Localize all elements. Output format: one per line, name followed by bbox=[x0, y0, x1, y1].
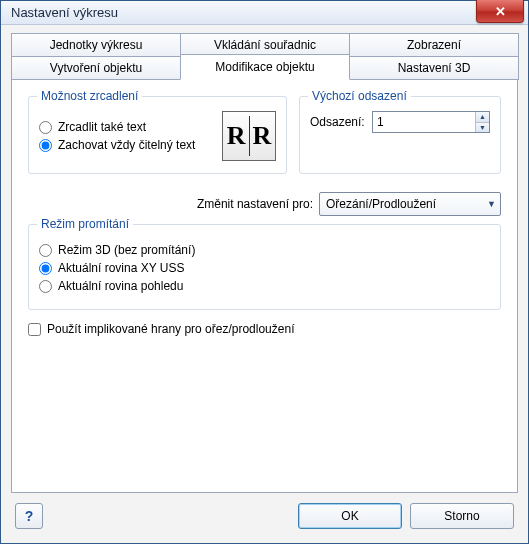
tab-coord-input[interactable]: Vkládání souřadnic bbox=[180, 33, 350, 56]
chevron-down-icon: ▼ bbox=[487, 199, 496, 209]
spin-down-icon[interactable]: ▼ bbox=[476, 123, 489, 133]
ok-button[interactable]: OK bbox=[298, 503, 402, 529]
group-offset: Výchozí odsazení Odsazení: ▲ ▼ bbox=[299, 96, 501, 174]
mirror-preview-right-r: R bbox=[253, 121, 272, 151]
tab-3d-settings[interactable]: Nastavení 3D bbox=[349, 56, 519, 80]
cancel-button[interactable]: Storno bbox=[410, 503, 514, 529]
close-icon: ✕ bbox=[495, 4, 506, 19]
radio-proj-xy[interactable] bbox=[39, 262, 52, 275]
mirror-preview-left-r: R bbox=[227, 121, 246, 151]
window-title: Nastavení výkresu bbox=[11, 5, 118, 20]
radio-proj-3d-label: Režim 3D (bez promítání) bbox=[58, 243, 195, 257]
change-for-value: Ořezání/Prodloužení bbox=[326, 197, 436, 211]
radio-keep-readable-label: Zachovat vždy čitelný text bbox=[58, 138, 195, 152]
tab-display[interactable]: Zobrazení bbox=[349, 33, 519, 56]
help-icon: ? bbox=[25, 508, 34, 524]
group-projection-legend: Režim promítání bbox=[37, 217, 133, 231]
offset-spinner[interactable]: ▲ ▼ bbox=[372, 111, 490, 133]
group-projection: Režim promítání Režim 3D (bez promítání)… bbox=[28, 224, 501, 310]
button-bar: ? OK Storno bbox=[11, 493, 518, 533]
spin-up-icon[interactable]: ▲ bbox=[476, 112, 489, 123]
change-for-combo[interactable]: Ořezání/Prodloužení ▼ bbox=[319, 192, 501, 216]
tab-control: Jednotky výkresu Vkládání souřadnic Zobr… bbox=[11, 33, 518, 80]
radio-proj-view[interactable] bbox=[39, 280, 52, 293]
tab-units[interactable]: Jednotky výkresu bbox=[11, 33, 181, 56]
tab-object-create[interactable]: Vytvoření objektu bbox=[11, 56, 181, 80]
tab-panel-modify: Možnost zrcadlení Zrcadlit také text Zac… bbox=[11, 79, 518, 493]
checkbox-implied-edges-label: Použít implikované hrany pro ořez/prodlo… bbox=[47, 322, 294, 336]
offset-label: Odsazení: bbox=[310, 115, 366, 129]
group-mirror-legend: Možnost zrcadlení bbox=[37, 89, 142, 103]
tab-object-modify[interactable]: Modifikace objektu bbox=[180, 54, 350, 80]
close-button[interactable]: ✕ bbox=[476, 0, 524, 23]
change-for-label: Změnit nastavení pro: bbox=[197, 197, 313, 211]
mirror-preview-divider bbox=[249, 116, 250, 156]
radio-proj-xy-label: Aktuální rovina XY USS bbox=[58, 261, 185, 275]
radio-mirror-text[interactable] bbox=[39, 121, 52, 134]
radio-keep-readable[interactable] bbox=[39, 139, 52, 152]
help-button[interactable]: ? bbox=[15, 503, 43, 529]
titlebar[interactable]: Nastavení výkresu ✕ bbox=[1, 1, 528, 25]
radio-proj-3d[interactable] bbox=[39, 244, 52, 257]
radio-mirror-text-label: Zrcadlit také text bbox=[58, 120, 146, 134]
group-offset-legend: Výchozí odsazení bbox=[308, 89, 411, 103]
checkbox-implied-edges[interactable] bbox=[28, 323, 41, 336]
client-area: Jednotky výkresu Vkládání souřadnic Zobr… bbox=[1, 25, 528, 543]
offset-input[interactable] bbox=[373, 112, 475, 132]
radio-proj-view-label: Aktuální rovina pohledu bbox=[58, 279, 183, 293]
group-mirror: Možnost zrcadlení Zrcadlit také text Zac… bbox=[28, 96, 287, 174]
dialog-window: Nastavení výkresu ✕ Jednotky výkresu Vkl… bbox=[0, 0, 529, 544]
mirror-preview: R R bbox=[222, 111, 276, 161]
